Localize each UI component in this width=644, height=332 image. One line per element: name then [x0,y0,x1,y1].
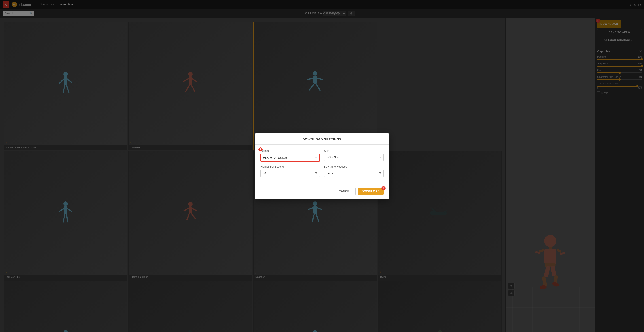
modal-row-format-skin: 2 Format FBX for Unity(.fbx) FBX(.fbx) C… [260,149,384,161]
modal-field-keyframe: Keyframe Reduction none uniform adaptive [324,165,384,177]
keyframe-select[interactable]: none uniform adaptive [324,170,384,177]
skin-label: Skin [324,149,384,152]
modal-footer: CANCEL DOWNLOAD 3 [255,185,389,199]
modal-header: DOWNLOAD SETTINGS [255,133,389,145]
modal-field-fps: Frames per Second 24 30 60 [260,165,320,177]
cancel-button[interactable]: CANCEL [334,188,356,195]
modal-field-format: 2 Format FBX for Unity(.fbx) FBX(.fbx) C… [260,149,320,161]
format-label: Format [260,149,320,152]
format-step-badge: 2 [258,147,262,151]
modal-body: 2 Format FBX for Unity(.fbx) FBX(.fbx) C… [255,145,389,185]
modal-row-fps-keyframe: Frames per Second 24 30 60 Keyframe Redu… [260,165,384,177]
modal-title: DOWNLOAD SETTINGS [302,137,342,141]
modal-download-button[interactable]: DOWNLOAD [358,188,384,195]
format-select[interactable]: FBX for Unity(.fbx) FBX(.fbx) Collada(.d… [260,154,320,161]
modal-overlay[interactable]: DOWNLOAD SETTINGS 2 Format FBX for Unity… [0,0,644,332]
modal-field-skin: Skin With Skin Without Skin [324,149,384,161]
skin-select[interactable]: With Skin Without Skin [324,154,384,161]
fps-select[interactable]: 24 30 60 [260,170,320,177]
fps-label: Frames per Second [260,165,320,168]
modal-download-badge: 3 [382,186,386,190]
download-settings-modal: DOWNLOAD SETTINGS 2 Format FBX for Unity… [255,133,389,199]
keyframe-label: Keyframe Reduction [324,165,384,168]
